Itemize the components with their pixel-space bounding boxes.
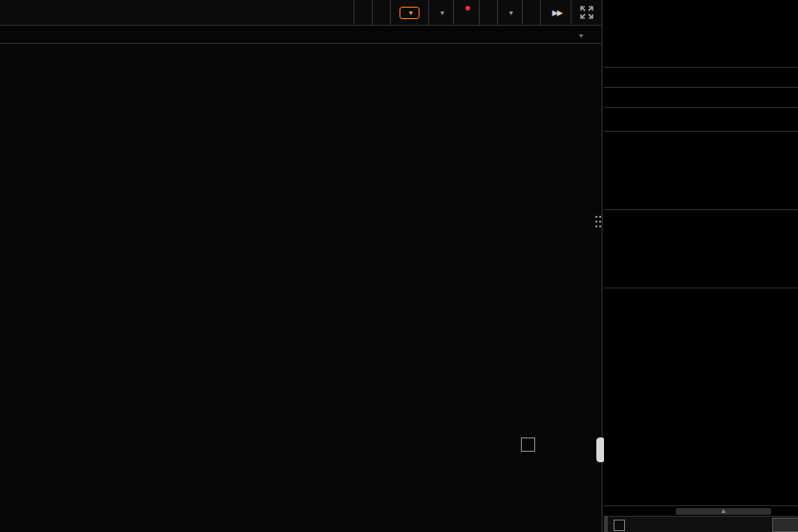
panel-collapse-row: ▲ — [604, 506, 798, 516]
footer-grip[interactable] — [604, 516, 608, 532]
quote-header — [604, 0, 798, 68]
promo-banner — [604, 108, 798, 132]
buy-queue — [604, 210, 798, 287]
splitter-grip-icon[interactable] — [595, 216, 597, 218]
indicator-toolbar — [0, 437, 602, 453]
chart-area: ▾ ▾ ▾ ▶▶ ▾ — [0, 0, 602, 532]
settings-button[interactable] — [772, 518, 798, 532]
trade-status-row — [604, 68, 798, 88]
stats-grid — [604, 288, 798, 506]
collapse-handle[interactable]: ▲ — [676, 508, 771, 515]
sell-queue — [604, 132, 798, 209]
only-current-checkbox[interactable] — [614, 520, 625, 531]
panel-footer — [604, 516, 798, 532]
weibi-row — [604, 88, 798, 108]
quote-panel: ▲ — [604, 0, 798, 532]
close-icon[interactable] — [521, 437, 535, 452]
stock-trading-app: { "toolbar": { "zoom_in": "+", "zoom_out… — [0, 0, 798, 532]
